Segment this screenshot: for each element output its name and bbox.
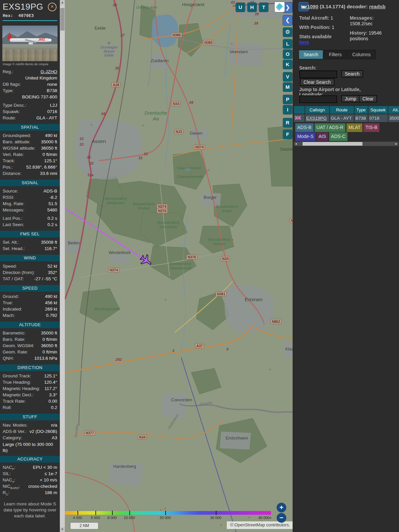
nature-reserve-label: Onnerpolder <box>136 5 157 10</box>
row-label: Track: <box>3 158 15 163</box>
badge-ads-c[interactable]: ADS-C <box>329 132 348 141</box>
jump-input[interactable] <box>299 95 337 103</box>
data-row: NICBARO:cross-checked <box>0 484 60 490</box>
data-row: Pos.:52.838°, 6.666° <box>0 165 60 171</box>
motorway-exit-number: 39 <box>255 12 259 16</box>
map-button-o[interactable]: O <box>283 50 292 59</box>
map-button-k[interactable]: K <box>283 60 292 69</box>
clear-search-button[interactable]: Clear Search <box>300 78 334 86</box>
gear-icon[interactable]: ⚙ <box>283 28 292 37</box>
badge-mlat[interactable]: MLAT <box>346 123 362 132</box>
row-value: < 10 m/s <box>40 477 57 482</box>
map-button-i[interactable]: I <box>283 105 292 114</box>
motorway-exit-number: 3 <box>172 349 174 353</box>
table-row[interactable]: EXS19PGGLA - AYTB738071635000 <box>294 114 399 122</box>
road-badge: N376 <box>157 208 168 213</box>
nature-reserve-label: Boswachterij Grolloo <box>133 202 154 210</box>
nature-reserve-label: Boswachterij Exloo <box>216 204 237 213</box>
jump-button[interactable]: Jump <box>341 95 360 102</box>
row-value: L2J <box>50 103 57 108</box>
region-label: Drenthe <box>199 400 212 406</box>
map-button-f[interactable]: F <box>283 130 292 139</box>
badge-ads-b[interactable]: ADS-B <box>295 123 314 132</box>
search-button[interactable]: Search <box>341 70 363 77</box>
row-value: 51.5 <box>49 201 57 206</box>
row-label: TAT / OAT: <box>3 276 24 281</box>
data-row: Squawk:0716 <box>0 109 60 115</box>
data-row: Messages:5480 <box>0 207 60 214</box>
map-button-h[interactable]: H <box>247 3 257 12</box>
scroll-left-icon[interactable]: ◀ <box>294 142 298 146</box>
row-label: Vert. Rate: <box>3 152 24 157</box>
row-label: Type Desc.: <box>3 103 26 108</box>
tab-search[interactable]: Search <box>299 50 323 59</box>
map-button-t[interactable]: T <box>259 3 268 12</box>
legend-tick-label: 10 000 <box>124 516 135 520</box>
column-header[interactable]: Alt. (ft) <box>388 106 399 114</box>
column-header[interactable]: Squawk <box>368 106 388 114</box>
column-header[interactable]: Callsign <box>305 106 329 114</box>
row-value: 456 kt <box>45 300 57 305</box>
hscrollbar-thumb[interactable] <box>303 142 362 146</box>
aircraft-header: EXS19PG Hex: 4070E3 × <box>0 0 60 21</box>
jump-label-line1: Jump to Airport or Latitude, <box>299 87 361 92</box>
column-header[interactable] <box>294 106 305 114</box>
map-button-u[interactable]: U <box>236 3 245 12</box>
row-label: Indicated: <box>3 307 22 312</box>
badge-tis-b[interactable]: TIS-B <box>363 123 379 132</box>
scroll-up-icon[interactable]: ▲ <box>60 0 65 5</box>
column-header[interactable]: Type <box>354 106 368 114</box>
close-icon[interactable]: × <box>48 3 57 11</box>
badge-mode-s[interactable]: Mode-S <box>295 132 316 141</box>
peak-marker-icon: ▲ <box>220 523 223 526</box>
jump-clear-button[interactable]: Clear <box>359 95 377 102</box>
legend-tick <box>95 511 96 515</box>
data-row: Source:ADS-B <box>0 189 60 195</box>
callsign-link[interactable]: EXS19PG <box>306 116 327 121</box>
row-value: BOEING 737-800 <box>22 94 57 99</box>
map[interactable]: HoogezandEeldeZuidlarenVeendamAssenGiete… <box>65 0 293 532</box>
data-row: Mach:0.792 <box>0 313 60 319</box>
table-horizontal-scrollbar[interactable]: ◀ ▶ <box>294 142 398 146</box>
stats-here-link[interactable]: here <box>299 40 309 45</box>
map-button-l[interactable]: L <box>283 39 292 49</box>
left-panel-scrollbar[interactable]: ▲ ▼ <box>60 0 65 532</box>
scrollbar-thumb[interactable] <box>60 8 65 31</box>
badge-ais[interactable]: AIS <box>317 132 328 141</box>
tar1090-app: EXS19PG Hex: 4070E3 × Jet2 Image © Adolf… <box>0 0 399 532</box>
map-button-r[interactable]: R <box>283 118 292 127</box>
search-input[interactable] <box>299 70 337 78</box>
row-value: v2 (DO-260B) <box>30 429 57 434</box>
collapse-left-icon[interactable]: ❮ <box>283 15 292 25</box>
tab-filters[interactable]: Filters <box>324 50 346 59</box>
scroll-right-icon[interactable]: ▶ <box>394 142 398 146</box>
row-label: Barometric: <box>3 331 26 335</box>
layer-picker-button[interactable] <box>275 2 285 12</box>
panel-footer-note: Learn more about Mode S data type by hov… <box>0 501 60 519</box>
scroll-down-icon[interactable]: ▼ <box>60 527 65 532</box>
column-header[interactable]: Route <box>330 106 354 114</box>
tar1090-link[interactable]: tar1090 <box>301 4 319 9</box>
row-value: 0.2 s <box>48 216 57 221</box>
zoom-out-button[interactable]: − <box>277 513 286 523</box>
road-badge: A37 <box>195 343 204 348</box>
readsb-link[interactable]: readsb <box>369 4 385 9</box>
row-value[interactable]: G-JZHO <box>41 69 57 74</box>
row-value: 52 kt <box>48 264 57 269</box>
row-label: Baro. altitude: <box>3 139 30 144</box>
zoom-in-button[interactable]: + <box>277 503 286 512</box>
uk-flag <box>294 114 305 122</box>
map-button-v[interactable]: V <box>283 72 292 81</box>
aircraft-photo[interactable]: Jet2 <box>2 26 58 61</box>
row-label: Magnetic Heading: <box>3 386 40 391</box>
row-value: 352° <box>48 270 57 275</box>
aircraft-detail-panel: EXS19PG Hex: 4070E3 × Jet2 Image © Adolf… <box>0 0 65 532</box>
badge-uat-ads-r[interactable]: UAT / ADS-R <box>315 123 345 132</box>
motorway-exit-number: 33 <box>79 137 83 141</box>
tab-columns[interactable]: Columns <box>347 50 375 59</box>
row-value: cross-checked <box>28 484 57 489</box>
section-header-fms-sel: FMS SEL <box>0 231 60 237</box>
map-button-m[interactable]: M <box>283 82 292 92</box>
row-value: n/a <box>51 423 57 428</box>
map-button-p[interactable]: P <box>283 95 292 104</box>
